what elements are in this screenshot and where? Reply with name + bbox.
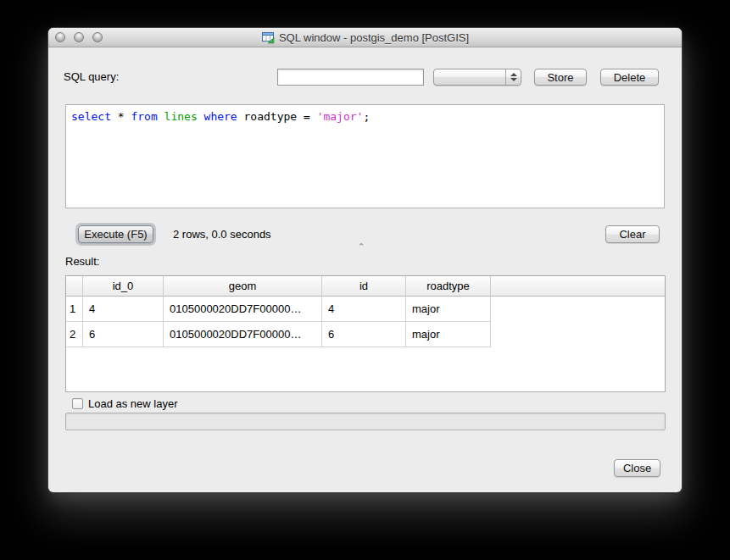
sql-window-dialog: SQL window - postgis_demo [PostGIS] SQL …	[48, 28, 682, 492]
sql-editor[interactable]: select * from lines where roadtype = 'ma…	[65, 104, 665, 208]
window-title: SQL window - postgis_demo [PostGIS]	[279, 31, 469, 44]
row-header[interactable]: 2	[66, 322, 83, 347]
close-window-button[interactable]	[55, 32, 65, 42]
query-status-text: 2 rows, 0.0 seconds	[173, 225, 271, 243]
table-cell-filler	[491, 297, 665, 322]
table-cell[interactable]: 6	[83, 322, 164, 347]
column-header-geom[interactable]: geom	[164, 276, 322, 297]
table-cell-filler	[491, 322, 665, 347]
table-cell[interactable]: major	[406, 322, 491, 347]
load-as-new-layer-checkbox[interactable]	[72, 398, 83, 409]
load-as-new-layer-label: Load as new layer	[88, 397, 178, 410]
clear-button[interactable]: Clear	[605, 225, 660, 243]
row-header[interactable]: 1	[66, 297, 83, 322]
close-button[interactable]: Close	[614, 459, 660, 477]
column-header-filler	[491, 276, 665, 297]
delete-button[interactable]: Delete	[600, 69, 659, 86]
store-button[interactable]: Store	[534, 69, 587, 86]
column-header-id[interactable]: id	[322, 276, 406, 297]
titlebar[interactable]: SQL window - postgis_demo [PostGIS]	[48, 28, 682, 47]
column-header-id_0[interactable]: id_0	[83, 276, 164, 297]
traffic-lights	[55, 32, 103, 42]
table-corner-header	[66, 276, 83, 297]
result-label: Result:	[65, 255, 99, 268]
table-cell[interactable]: 4	[322, 297, 406, 322]
stored-query-select[interactable]	[433, 69, 521, 86]
zoom-window-button[interactable]	[92, 32, 103, 42]
layer-name-input	[65, 413, 666, 430]
combo-stepper-icon	[505, 69, 521, 85]
sql-editor-text: select * from lines where roadtype = 'ma…	[71, 110, 659, 123]
column-header-roadtype[interactable]: roadtype	[406, 276, 491, 297]
result-table: id_0 geom id roadtype 1 4 0105000020DD7F…	[65, 275, 666, 392]
minimize-window-button[interactable]	[74, 32, 84, 42]
table-cell[interactable]: 0105000020DD7F00000…	[164, 297, 322, 322]
execute-button[interactable]: Execute (F5)	[78, 225, 153, 243]
query-name-input[interactable]	[277, 69, 424, 86]
sql-window-icon	[261, 30, 275, 44]
table-cell[interactable]: 0105000020DD7F00000…	[164, 322, 322, 347]
table-cell[interactable]: major	[406, 297, 491, 322]
splitter-handle-icon[interactable]: ⌃	[355, 243, 367, 251]
sql-query-label: SQL query:	[64, 70, 119, 83]
table-cell[interactable]: 4	[83, 297, 164, 322]
table-cell[interactable]: 6	[322, 322, 406, 347]
